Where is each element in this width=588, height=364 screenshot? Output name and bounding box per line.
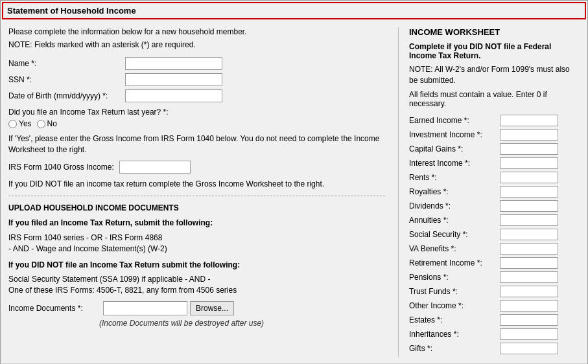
income-field-label-11: Pensions *: — [409, 273, 500, 282]
income-row: Annuities *: — [409, 214, 580, 226]
income-row: Pensions *: — [409, 271, 580, 283]
ssn-input[interactable] — [125, 73, 222, 86]
note-text: NOTE: Fields marked with an asterisk (*)… — [8, 40, 385, 49]
dialog-title: Statement of Household Income — [7, 6, 136, 16]
income-field-input-2[interactable] — [500, 143, 558, 155]
gross-income-row: IRS Form 1040 Gross Income: — [8, 161, 385, 174]
gross-income-input[interactable] — [119, 161, 191, 174]
tax-return-radio-group: Yes No — [8, 119, 385, 128]
income-field-input-3[interactable] — [500, 157, 558, 169]
left-panel: Please complete the information below fo… — [8, 27, 398, 357]
name-label: Name *: — [8, 59, 125, 68]
right-panel: INCOME WORKSHEET Complete if you DID NOT… — [398, 27, 580, 357]
browse-button[interactable]: Browse... — [190, 301, 234, 315]
income-row: Gifts *: — [409, 343, 580, 354]
income-field-label-4: Rents *: — [409, 173, 500, 182]
income-field-input-4[interactable] — [500, 172, 558, 183]
filed-items: IRS Form 1040 series - OR - IRS Form 486… — [8, 233, 385, 255]
name-row: Name *: — [8, 57, 385, 70]
income-field-label-0: Earned Income *: — [409, 116, 500, 125]
income-field-input-1[interactable] — [500, 129, 558, 141]
income-field-input-14[interactable] — [500, 314, 558, 326]
destroy-note: (Income Documents will be destroyed afte… — [99, 318, 385, 329]
radio-yes[interactable] — [8, 120, 17, 128]
file-upload-row: Income Documents *: Browse... — [8, 301, 385, 315]
if-no-text: If you DID NOT file an income tax return… — [8, 179, 385, 190]
title-bar: Statement of Household Income — [2, 2, 586, 19]
income-field-input-12[interactable] — [500, 286, 558, 297]
radio-yes-label: Yes — [19, 119, 32, 128]
intro-text: Please complete the information below fo… — [8, 27, 385, 36]
income-row: Retirement Income *: — [409, 257, 580, 269]
income-field-label-12: Trust Funds *: — [409, 287, 500, 296]
upload-header: UPLOAD HOUSEHOLD INCOME DOCUMENTS — [8, 203, 385, 214]
radio-yes-option[interactable]: Yes — [8, 119, 32, 128]
dob-input[interactable] — [125, 89, 222, 102]
income-row: Investment Income *: — [409, 129, 580, 141]
income-row: Other Income *: — [409, 300, 580, 312]
income-field-label-2: Capital Gains *: — [409, 144, 500, 154]
income-field-label-5: Royalties *: — [409, 187, 500, 196]
income-field-label-9: VA Benefits *: — [409, 244, 500, 253]
income-field-input-15[interactable] — [500, 328, 558, 340]
ssn-row: SSN *: — [8, 73, 385, 86]
income-field-label-10: Retirement Income *: — [409, 258, 500, 267]
income-row: Trust Funds *: — [409, 286, 580, 297]
if-yes-text: If 'Yes', please enter the Gross Income … — [8, 133, 385, 155]
content-area: Please complete the information below fo… — [1, 21, 587, 363]
income-worksheet-note1: NOTE: All W-2's and/or Form 1099's must … — [409, 64, 580, 86]
income-docs-label: Income Documents *: — [8, 304, 99, 313]
income-row: Rents *: — [409, 172, 580, 183]
income-field-input-11[interactable] — [500, 271, 558, 283]
income-row: Social Security *: — [409, 229, 580, 240]
income-row: Interest Income *: — [409, 157, 580, 169]
income-field-label-13: Other Income *: — [409, 301, 500, 310]
income-field-input-9[interactable] — [500, 243, 558, 255]
income-field-label-14: Estates *: — [409, 315, 500, 324]
income-worksheet-note2: All fields must contain a value. Enter 0… — [409, 90, 580, 108]
income-field-label-15: Inheritances *: — [409, 330, 500, 339]
not-filed-items: Social Security Statement (SSA 1099) if … — [8, 274, 385, 296]
income-field-input-16[interactable] — [500, 343, 558, 354]
income-field-input-7[interactable] — [500, 214, 558, 226]
income-field-input-10[interactable] — [500, 257, 558, 269]
dob-label: Date of Birth (mm/dd/yyyy) *: — [8, 91, 125, 100]
divider — [8, 196, 385, 196]
income-field-label-7: Annuities *: — [409, 216, 500, 225]
radio-no-option[interactable]: No — [37, 119, 57, 128]
income-worksheet-title: INCOME WORKSHEET — [409, 27, 580, 37]
dialog: Statement of Household Income Please com… — [0, 0, 588, 364]
income-row: Estates *: — [409, 314, 580, 326]
income-row: Royalties *: — [409, 186, 580, 198]
name-input[interactable] — [125, 57, 222, 70]
income-row: Capital Gains *: — [409, 143, 580, 155]
radio-no[interactable] — [37, 120, 45, 128]
radio-no-label: No — [47, 119, 57, 128]
dob-row: Date of Birth (mm/dd/yyyy) *: — [8, 89, 385, 102]
income-row: Earned Income *: — [409, 115, 580, 126]
income-field-input-6[interactable] — [500, 200, 558, 212]
income-field-label-1: Investment Income *: — [409, 130, 500, 139]
income-worksheet-subtitle: Complete if you DID NOT file a Federal I… — [409, 42, 580, 60]
income-field-label-16: Gifts *: — [409, 344, 500, 353]
income-field-label-6: Dividends *: — [409, 201, 500, 210]
income-field-label-8: Social Security *: — [409, 230, 500, 239]
income-row: Dividends *: — [409, 200, 580, 212]
gross-income-label: IRS Form 1040 Gross Income: — [8, 163, 114, 172]
income-field-label-3: Interest Income *: — [409, 159, 500, 168]
income-field-input-5[interactable] — [500, 186, 558, 198]
income-fields-list: Earned Income *:Investment Income *:Capi… — [409, 115, 580, 354]
upload-section: UPLOAD HOUSEHOLD INCOME DOCUMENTS If you… — [8, 203, 385, 328]
not-filed-header: If you DID NOT file an Income Tax Return… — [8, 260, 385, 271]
income-field-input-0[interactable] — [500, 115, 558, 126]
filed-header: If you filed an Income Tax Return, submi… — [8, 218, 385, 229]
income-row: VA Benefits *: — [409, 243, 580, 255]
tax-return-label: Did you file an Income Tax Return last y… — [8, 108, 385, 117]
income-row: Inheritances *: — [409, 328, 580, 340]
income-field-input-13[interactable] — [500, 300, 558, 312]
income-field-input-8[interactable] — [500, 229, 558, 240]
ssn-label: SSN *: — [8, 75, 125, 84]
file-input-box — [103, 301, 187, 315]
